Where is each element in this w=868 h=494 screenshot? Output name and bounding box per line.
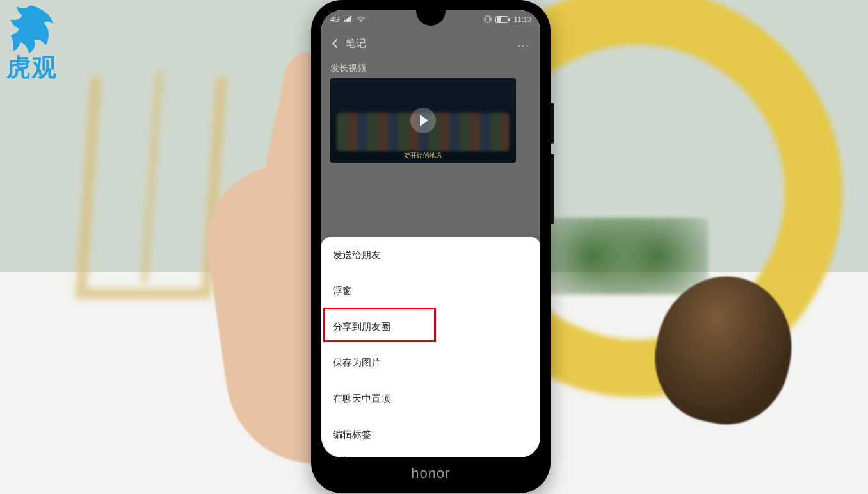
watermark: 虎观 (5, 1, 59, 84)
nav-bar: 笔记 ... (321, 28, 540, 59)
action-sheet: 发送给朋友 浮窗 分享到朋友圈 保存为图片 在聊天中置顶 编辑标签 删除 (321, 237, 540, 457)
svg-rect-3 (497, 17, 501, 22)
sheet-item-pin-in-chat[interactable]: 在聊天中置顶 (321, 381, 540, 416)
background-stand-prop (76, 77, 227, 299)
sheet-item-label: 在聊天中置顶 (333, 393, 390, 405)
sheet-item-label: 编辑标签 (333, 429, 371, 441)
watermark-text: 虎观 (6, 51, 58, 84)
sheet-item-label: 保存为图片 (333, 357, 381, 369)
sheet-item-edit-tags[interactable]: 编辑标签 (321, 416, 540, 452)
sheet-item-share-to-moments[interactable]: 分享到朋友圈 (321, 309, 540, 345)
sheet-item-send-to-friend[interactable]: 发送给朋友 (321, 237, 540, 273)
back-button[interactable] (326, 35, 344, 53)
power-button (551, 103, 554, 144)
video-thumbnail[interactable]: 梦开始的地方 (330, 78, 516, 163)
watermark-logo-icon (5, 1, 59, 55)
wifi-icon (357, 16, 366, 22)
note-title: 发长视频 (330, 63, 366, 74)
clock: 11:13 (513, 15, 531, 23)
phone-screen: 4G 11:13 笔记 ... 发长视频 (321, 10, 540, 457)
photo-scene: 虎观 honor 4G 11:13 (0, 0, 868, 494)
sheet-item-label: 删除 (333, 455, 348, 457)
play-icon (410, 108, 436, 133)
sheet-item-floating-window[interactable]: 浮窗 (321, 273, 540, 309)
back-icon (331, 39, 340, 48)
volume-button (551, 154, 554, 224)
phone-brand-label: honor (311, 465, 551, 482)
battery-icon (495, 16, 510, 23)
sheet-item-partial[interactable]: 删除 (321, 452, 540, 457)
sheet-item-label: 发送给朋友 (333, 249, 381, 261)
sheet-item-label: 浮窗 (333, 285, 352, 297)
phone-frame: honor 4G 11:13 (311, 0, 551, 493)
video-caption: 梦开始的地方 (330, 151, 516, 160)
svg-rect-0 (486, 16, 490, 22)
pine-needles-prop (542, 218, 708, 295)
signal-icon (344, 16, 353, 22)
vibrate-icon (484, 15, 492, 23)
network-label: 4G (330, 15, 340, 23)
page-title: 笔记 (346, 37, 366, 51)
sheet-item-save-as-image[interactable]: 保存为图片 (321, 345, 540, 381)
more-button[interactable]: ... (518, 38, 530, 49)
svg-rect-2 (508, 18, 510, 21)
sheet-item-label: 分享到朋友圈 (333, 321, 390, 333)
